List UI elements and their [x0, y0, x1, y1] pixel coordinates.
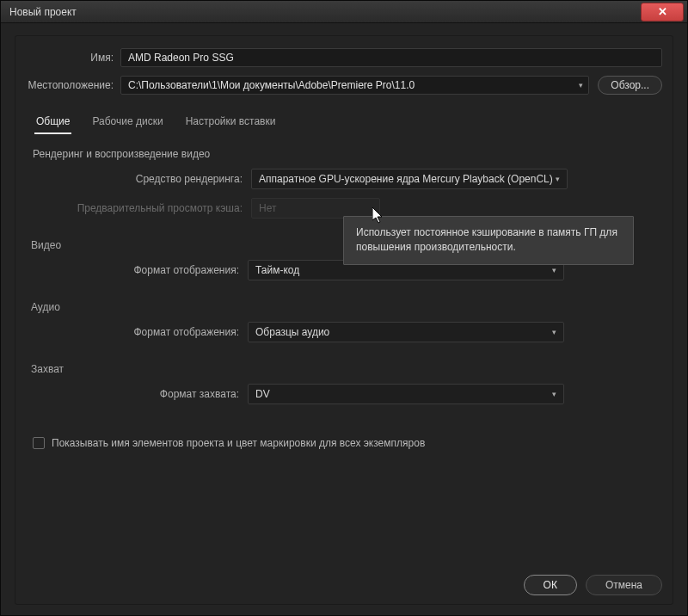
chevron-down-icon: ▾ — [552, 390, 556, 398]
capture-section-title: Захват — [26, 363, 662, 375]
cancel-button[interactable]: Отмена — [586, 575, 662, 595]
rendering-section-title: Рендеринг и воспроизведение видео — [29, 148, 659, 160]
audio-display-select[interactable]: Образцы аудио ▾ — [248, 322, 564, 342]
cache-preview-label: Предварительный просмотр кэша: — [29, 202, 251, 214]
location-label: Местоположение: — [26, 79, 120, 91]
browse-button[interactable]: Обзор... — [598, 76, 662, 95]
chevron-down-icon: ▾ — [556, 175, 560, 183]
capture-format-label: Формат захвата: — [26, 388, 248, 400]
new-project-dialog: Новый проект ✕ Имя: Местоположение: C:\П… — [0, 0, 688, 616]
capture-section: Захват Формат захвата: DV ▾ — [26, 363, 662, 413]
dialog-footer: ОК Отмена — [26, 563, 662, 595]
show-names-row: Показывать имя элементов проекта и цвет … — [26, 437, 662, 449]
show-names-checkbox[interactable] — [33, 437, 45, 449]
close-button[interactable]: ✕ — [641, 3, 684, 22]
dialog-content: Имя: Местоположение: C:\Пользователи\1\М… — [1, 23, 687, 615]
inner-panel: Имя: Местоположение: C:\Пользователи\1\М… — [15, 35, 673, 605]
show-names-label: Показывать имя элементов проекта и цвет … — [52, 437, 425, 449]
audio-section: Аудио Формат отображения: Образцы аудио … — [26, 301, 662, 351]
renderer-row: Средство рендеринга: Аппаратное GPU-уско… — [29, 169, 659, 189]
titlebar: Новый проект ✕ — [1, 1, 687, 23]
location-select[interactable]: C:\Пользователи\1\Мои документы\Adobe\Pr… — [120, 76, 589, 95]
audio-display-label: Формат отображения: — [26, 326, 248, 338]
renderer-label: Средство рендеринга: — [29, 173, 251, 185]
audio-section-title: Аудио — [26, 301, 662, 313]
location-row: Местоположение: C:\Пользователи\1\Мои до… — [26, 76, 662, 95]
capture-format-value: DV — [255, 388, 270, 400]
audio-display-row: Формат отображения: Образцы аудио ▾ — [26, 322, 662, 342]
close-icon: ✕ — [658, 5, 667, 18]
video-display-label: Формат отображения: — [26, 264, 248, 276]
chevron-down-icon: ▾ — [579, 81, 583, 89]
tooltip: Использует постоянное кэширование в памя… — [343, 216, 634, 265]
capture-format-row: Формат захвата: DV ▾ — [26, 384, 662, 404]
chevron-down-icon: ▾ — [552, 266, 556, 274]
name-row: Имя: — [26, 48, 662, 67]
tabs: Общие Рабочие диски Настройки вставки — [26, 110, 662, 134]
cache-preview-value: Нет — [259, 202, 276, 214]
renderer-value: Аппаратное GPU-ускорение ядра Mercury Pl… — [259, 173, 553, 185]
capture-format-select[interactable]: DV ▾ — [248, 384, 564, 404]
location-value: C:\Пользователи\1\Мои документы\Adobe\Pr… — [128, 79, 415, 91]
renderer-select[interactable]: Аппаратное GPU-ускорение ядра Mercury Pl… — [251, 169, 568, 189]
window-title: Новый проект — [1, 6, 77, 18]
audio-display-value: Образцы аудио — [255, 326, 329, 338]
chevron-down-icon: ▾ — [552, 328, 556, 336]
ok-button[interactable]: ОК — [524, 575, 577, 595]
tab-scratch-disks[interactable]: Рабочие диски — [90, 110, 164, 134]
tab-general[interactable]: Общие — [34, 110, 71, 134]
video-display-value: Тайм-код — [255, 264, 299, 276]
tab-ingest-settings[interactable]: Настройки вставки — [184, 110, 278, 134]
name-input[interactable] — [120, 48, 662, 67]
name-label: Имя: — [26, 52, 120, 64]
